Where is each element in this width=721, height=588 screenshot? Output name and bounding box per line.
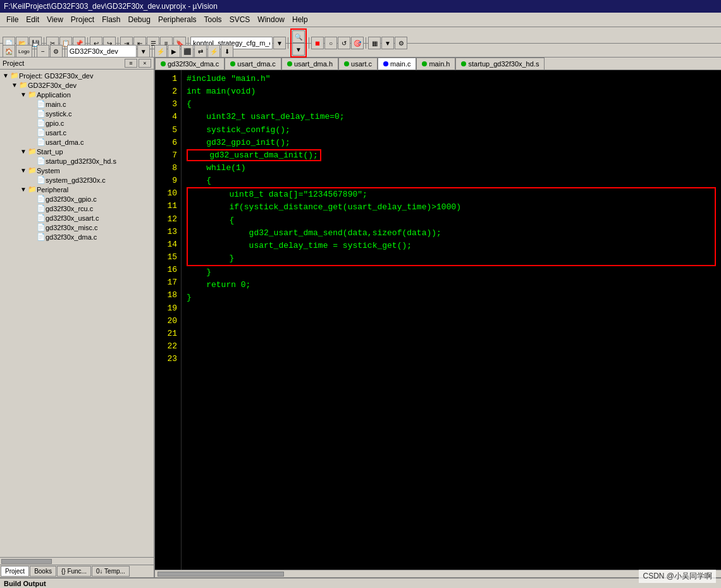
editor-tab[interactable]: main.c: [378, 58, 416, 70]
line-number: 10: [159, 187, 177, 200]
panel-close-btn[interactable]: ×: [139, 59, 151, 68]
tab-books[interactable]: Books: [30, 566, 56, 577]
tree-item[interactable]: 📄 gd32f30x_misc.c: [1, 223, 152, 232]
tree-item[interactable]: ▼📁 System: [1, 166, 152, 175]
view-dropdown-btn[interactable]: ▼: [381, 37, 394, 49]
refresh-btn[interactable]: ↺: [338, 37, 350, 49]
build-output: Build Output Build target 'GD32F30x_dev'…: [0, 577, 721, 588]
editor-tab[interactable]: main.h: [416, 58, 455, 70]
download-btn[interactable]: ⬇: [221, 45, 233, 58]
build2-btn[interactable]: ▶: [168, 45, 180, 58]
line-number: 13: [159, 226, 177, 238]
hscrollbar-thumb[interactable]: [157, 572, 284, 577]
menu-flash[interactable]: Flash: [98, 14, 124, 25]
tree-item[interactable]: 📄 gd32f30x_dma.c: [1, 232, 152, 242]
menu-file[interactable]: File: [3, 14, 22, 25]
menu-project[interactable]: Project: [67, 14, 98, 25]
tree-item[interactable]: ▼📁 Start_up: [1, 147, 152, 156]
target-input[interactable]: [67, 45, 137, 58]
line-number: 2: [159, 85, 177, 98]
logo-btn[interactable]: Logo: [16, 45, 32, 58]
menu-edit[interactable]: Edit: [22, 14, 43, 25]
trans-btn[interactable]: ⇄: [194, 45, 207, 58]
menu-view[interactable]: View: [43, 14, 67, 25]
menu-peripherals[interactable]: Peripherals: [154, 14, 200, 25]
tree-expander[interactable]: ▼: [19, 186, 28, 193]
tree-item[interactable]: 📄 gd32f30x_rcu.c: [1, 204, 152, 213]
tree-item[interactable]: 📄 usart.c: [1, 128, 152, 137]
view-btn[interactable]: ▦: [368, 37, 381, 49]
code-editor[interactable]: 1234567891011121314151617181920212223 #i…: [155, 70, 721, 570]
tab-bar: gd32f30x_dma.cusart_dma.cusart_dma.husar…: [155, 58, 721, 70]
tab-dot: [461, 61, 466, 66]
menu-window[interactable]: Window: [254, 14, 288, 25]
build3-btn[interactable]: ⬛: [181, 45, 194, 58]
tree-item[interactable]: 📄 gd32f30x_usart.c: [1, 213, 152, 223]
tree-label: system_gd32f30x.c: [46, 176, 106, 184]
search-btn[interactable]: 🔍: [292, 30, 305, 43]
menu-debug[interactable]: Debug: [125, 14, 154, 25]
code-line: uint32_t usart_delay_time=0;: [187, 111, 716, 123]
folder-icon: 📁: [28, 90, 37, 99]
target-dropdown-btn[interactable]: ▼: [137, 45, 150, 58]
settings2-btn[interactable]: ⚙: [50, 45, 63, 58]
tree-item[interactable]: 📄 gpio.c: [1, 118, 152, 128]
tree-item[interactable]: ▼📁 Peripheral: [1, 185, 152, 194]
tree-label: System: [37, 167, 60, 175]
line-number: 6: [159, 137, 177, 149]
tab-temp[interactable]: 0↓ Temp...: [92, 566, 130, 577]
editor-tab[interactable]: startup_gd32f30x_hd.s: [455, 58, 545, 70]
menu-tools[interactable]: Tools: [200, 14, 226, 25]
editor-tab[interactable]: usart_dma.h: [281, 58, 338, 70]
editor-tab[interactable]: usart.c: [338, 58, 378, 70]
code-content[interactable]: #include "main.h"int main(void){ uint32_…: [182, 70, 721, 570]
menu-help[interactable]: Help: [288, 14, 312, 25]
tree-expander[interactable]: ▼: [19, 167, 28, 174]
build-header: Build Output: [0, 579, 721, 588]
tab-label: main.h: [429, 60, 450, 68]
project-scrollbar[interactable]: [0, 557, 154, 565]
editor-tab[interactable]: gd32f30x_dma.c: [155, 58, 225, 70]
tree-expander[interactable]: ▼: [10, 82, 19, 89]
scrollbar-thumb[interactable]: [1, 559, 52, 564]
file-dropdown-btn[interactable]: ▼: [273, 37, 286, 49]
tree-item[interactable]: ▼📁 Application: [1, 90, 152, 99]
file-icon: 📄: [37, 233, 46, 241]
tree-label: startup_gd32f30x_hd.s: [46, 157, 116, 165]
tree-item[interactable]: 📄 startup_gd32f30x_hd.s: [1, 156, 152, 166]
tab-project[interactable]: Project: [1, 566, 29, 577]
code-line: gd32_usart_dma_send(data,sizeof(data));: [187, 227, 716, 240]
tree-expander[interactable]: ▼: [1, 72, 10, 79]
panel-menu-btn[interactable]: ≡: [125, 59, 137, 68]
config-btn[interactable]: ⚙: [395, 37, 407, 49]
file-icon: 📄: [37, 128, 46, 137]
tree-item[interactable]: 📄 systick.c: [1, 109, 152, 118]
file-icon: 📄: [37, 157, 46, 165]
tree-item[interactable]: 📄 main.c: [1, 99, 152, 109]
code-line: {: [187, 175, 716, 187]
tab-func[interactable]: {} Func...: [57, 566, 91, 577]
proj-icon-btn[interactable]: 🏠: [3, 45, 15, 58]
line-number: 4: [159, 111, 177, 123]
app-title: F:\KeilProject\GD32F303_dev\GD32F30x_dev…: [4, 2, 218, 11]
highlighted-line: gd32_usart_dma_init();: [187, 149, 321, 161]
minus-btn[interactable]: −: [37, 45, 49, 58]
editor-scrollbar[interactable]: [155, 570, 721, 577]
circle1-btn[interactable]: ○: [324, 37, 337, 49]
stop-btn[interactable]: ⏹: [311, 37, 324, 49]
target-btn[interactable]: 🎯: [351, 37, 364, 49]
line-number: 20: [159, 315, 177, 328]
tree-item[interactable]: 📄 usart_dma.c: [1, 137, 152, 147]
tree-item[interactable]: 📄 system_gd32f30x.c: [1, 175, 152, 185]
tree-expander[interactable]: ▼: [19, 148, 28, 155]
tree-item[interactable]: ▼📁 Project: GD32F30x_dev: [1, 71, 152, 80]
tree-item[interactable]: ▼📁 GD32F30x_dev: [1, 80, 152, 90]
code-line: gd32_gpio_init();: [187, 137, 716, 149]
tree-item[interactable]: 📄 gd32f30x_gpio.c: [1, 194, 152, 204]
menu-svcs[interactable]: SVCS: [226, 14, 254, 25]
editor-tab[interactable]: usart_dma.c: [225, 58, 281, 70]
flash-btn[interactable]: ⚡: [207, 45, 220, 58]
search-dropdown-btn[interactable]: ▼: [292, 43, 305, 56]
tree-expander[interactable]: ▼: [19, 91, 28, 98]
build-btn[interactable]: ⚡: [154, 45, 167, 58]
